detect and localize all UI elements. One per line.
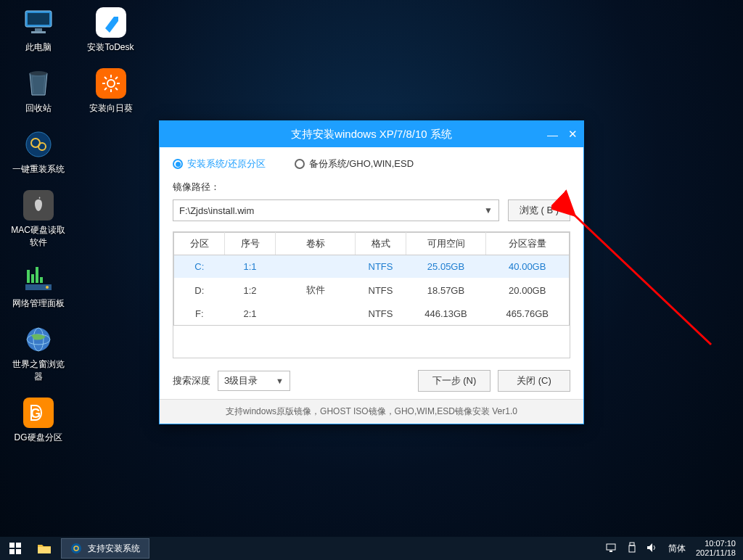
col-label: 卷标 (276, 233, 356, 255)
browse-button[interactable]: 浏览 ( B ) (508, 199, 570, 221)
svg-rect-1 (28, 13, 49, 25)
svg-point-5 (107, 80, 115, 87)
radio-backup[interactable]: 备份系统/GHO,WIN,ESD (295, 157, 414, 170)
image-path-label: 镜像路径： (173, 181, 570, 194)
svg-rect-38 (629, 545, 635, 552)
svg-rect-17 (27, 270, 30, 283)
partition-row[interactable]: C:1:1NTFS25.05GB40.00GB (174, 255, 570, 279)
svg-rect-31 (16, 549, 21, 554)
network-tray-icon[interactable] (606, 543, 617, 555)
radio-dot-icon (173, 159, 183, 169)
svg-line-13 (115, 77, 118, 79)
svg-rect-32 (38, 547, 51, 553)
col-free: 可用空间 (406, 233, 486, 255)
close-button[interactable]: ✕ (568, 128, 578, 141)
minimize-button[interactable]: — (547, 128, 558, 141)
window-body: 安装系统/还原分区 备份系统/GHO,WIN,ESD 镜像路径： F:\Zjds… (160, 147, 583, 399)
svg-rect-35 (607, 544, 615, 550)
partition-row[interactable]: D:1:2软件NTFS18.57GB20.00GB (174, 278, 570, 302)
gear-icon (23, 129, 54, 160)
radio-dot-icon (295, 159, 305, 169)
svg-point-4 (30, 71, 47, 75)
network-icon (23, 263, 54, 294)
sunflower-icon (96, 68, 126, 99)
close-dialog-button[interactable]: 关闭 (C) (498, 370, 570, 392)
image-path-dropdown[interactable]: F:\Zjds\install.wim ▼ (173, 199, 499, 221)
volume-tray-icon[interactable] (646, 543, 658, 555)
desktop-icon-theworld[interactable]: 世界之窗浏览器 (11, 324, 65, 383)
svg-point-22 (46, 286, 49, 289)
usb-tray-icon[interactable] (628, 542, 636, 556)
monitor-icon (23, 7, 54, 38)
desktop-icon-macdrive[interactable]: MAC硬盘读取软件 (11, 190, 65, 249)
col-index: 序号 (225, 233, 276, 255)
recycle-bin-icon (23, 68, 54, 99)
taskbar-explorer[interactable] (30, 537, 58, 560)
gear-icon (70, 543, 82, 554)
desktop-icon-netpanel[interactable]: 网络管理面板 (11, 263, 65, 310)
globe-icon (23, 324, 54, 355)
svg-rect-20 (40, 277, 43, 283)
todesk-icon (96, 7, 126, 38)
col-capacity: 分区容量 (486, 233, 570, 255)
desktop-icon-thispc[interactable]: 此电脑 (11, 7, 65, 54)
svg-point-33 (71, 543, 81, 553)
svg-rect-36 (609, 551, 612, 552)
svg-line-12 (104, 88, 107, 90)
desktop-icon-todesk[interactable]: 安装ToDesk (83, 7, 138, 54)
dropdown-arrow-icon: ▼ (276, 376, 284, 385)
svg-line-10 (104, 77, 107, 79)
windows-icon (9, 543, 21, 554)
svg-line-11 (115, 88, 118, 90)
svg-rect-37 (630, 543, 634, 545)
desktop-icon-diskgenius[interactable]: G DG硬盘分区 (11, 398, 65, 444)
window-footer: 支持windows原版镜像，GHOST ISO镜像，GHO,WIM,ESD镜像安… (160, 399, 583, 424)
titlebar[interactable]: 支持安装windows XP/7/8/10 系统 — ✕ (160, 121, 583, 147)
col-format: 格式 (356, 233, 406, 255)
apple-icon (23, 190, 54, 221)
image-path-value: F:\Zjds\install.wim (179, 205, 254, 216)
desktop-icon-sunlogin[interactable]: 安装向日葵 (83, 68, 138, 115)
desktop-icon-reinstall[interactable]: 一键重装系统 (11, 129, 65, 176)
radio-install[interactable]: 安装系统/还原分区 (173, 157, 266, 170)
svg-line-27 (573, 214, 711, 345)
taskbar-app-installer[interactable]: 支持安装系统 (61, 538, 149, 559)
partition-row[interactable]: F:2:1NTFS446.13GB465.76GB (174, 302, 570, 326)
svg-rect-3 (31, 31, 46, 33)
svg-rect-30 (9, 549, 15, 554)
ime-indicator[interactable]: 简体 (668, 543, 686, 555)
next-button[interactable]: 下一步 (N) (418, 370, 490, 392)
search-depth-label: 搜索深度 (173, 374, 210, 387)
col-partition: 分区 (174, 233, 225, 255)
svg-rect-2 (35, 28, 42, 31)
dg-icon: G (23, 398, 54, 428)
search-depth-select[interactable]: 3级目录 ▼ (218, 371, 290, 391)
folder-icon (37, 543, 52, 554)
taskbar: 支持安装系统 简体 10:07:10 2021/11/18 (0, 537, 743, 560)
window-title: 支持安装windows XP/7/8/10 系统 (291, 128, 452, 141)
svg-rect-18 (31, 274, 34, 283)
system-tray: 简体 10:07:10 2021/11/18 (606, 539, 743, 558)
desktop-icon-recyclebin[interactable]: 回收站 (11, 68, 65, 115)
svg-rect-19 (36, 267, 38, 283)
svg-rect-29 (16, 543, 21, 548)
start-button[interactable] (0, 537, 30, 560)
svg-rect-28 (9, 543, 15, 548)
partition-table[interactable]: 分区 序号 卷标 格式 可用空间 分区容量 C:1:1NTFS25.05GB40… (173, 231, 570, 358)
dropdown-arrow-icon: ▼ (484, 205, 493, 215)
tray-clock[interactable]: 10:07:10 2021/11/18 (696, 539, 736, 558)
installer-window: 支持安装windows XP/7/8/10 系统 — ✕ 安装系统/还原分区 备… (159, 120, 584, 424)
